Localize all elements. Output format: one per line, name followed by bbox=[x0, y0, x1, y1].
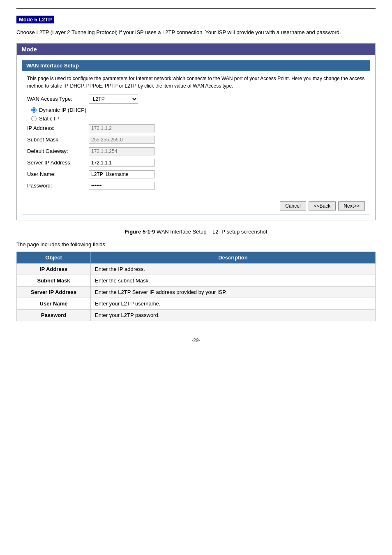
mode-box-header: Mode bbox=[17, 44, 375, 55]
user-name-row: User Name: bbox=[27, 170, 365, 178]
ip-address-input[interactable] bbox=[89, 124, 154, 132]
top-divider bbox=[16, 8, 376, 9]
table-cell-description: Enter the subnet Mask. bbox=[91, 275, 376, 286]
dynamic-ip-label: Dynamic IP (DHCP) bbox=[39, 107, 86, 113]
table-row: PasswordEnter your L2TP password. bbox=[17, 309, 376, 321]
dynamic-ip-row: Dynamic IP (DHCP) bbox=[27, 107, 365, 113]
figure-caption-text: WAN Interface Setup – L2TP setup screens… bbox=[155, 229, 267, 235]
figure-caption: Figure 5-1-9 WAN Interface Setup – L2TP … bbox=[16, 229, 376, 235]
wan-setup-body: This page is used to configure the param… bbox=[22, 71, 370, 197]
wan-setup-panel: WAN Interface Setup This page is used to… bbox=[22, 60, 370, 215]
password-row: Password: bbox=[27, 182, 365, 190]
server-ip-label: Server IP Address: bbox=[27, 160, 89, 166]
table-cell-description: Enter the L2TP Server IP address provide… bbox=[91, 286, 376, 298]
table-row: Server IP AddressEnter the L2TP Server I… bbox=[17, 286, 376, 298]
static-ip-radio[interactable] bbox=[31, 116, 37, 121]
subnet-mask-label: Subnet Mask: bbox=[27, 136, 89, 143]
password-input[interactable] bbox=[89, 182, 154, 190]
col-description: Description bbox=[91, 252, 376, 263]
server-ip-input[interactable] bbox=[89, 159, 154, 167]
table-row: IP AddressEnter the IP address. bbox=[17, 263, 376, 275]
intro-text: Choose L2TP (Layer 2 Tunneling Protocol)… bbox=[16, 28, 376, 37]
mode-box: Mode WAN Interface Setup This page is us… bbox=[16, 43, 376, 220]
next-button[interactable]: Next>> bbox=[338, 201, 365, 210]
table-cell-object: Password bbox=[17, 309, 91, 321]
user-name-input[interactable] bbox=[89, 170, 154, 178]
table-cell-description: Enter your L2TP username. bbox=[91, 298, 376, 309]
user-name-label: User Name: bbox=[27, 171, 89, 177]
table-header-row: Object Description bbox=[17, 252, 376, 263]
default-gateway-input[interactable] bbox=[89, 147, 154, 155]
table-cell-object: Server IP Address bbox=[17, 286, 91, 298]
table-row: User NameEnter your L2TP username. bbox=[17, 298, 376, 309]
wan-setup-header: WAN Interface Setup bbox=[22, 60, 370, 71]
table-cell-object: User Name bbox=[17, 298, 91, 309]
subnet-mask-input[interactable] bbox=[89, 136, 154, 144]
ip-address-label: IP Address: bbox=[27, 125, 89, 131]
static-ip-label: Static IP bbox=[39, 116, 59, 122]
server-ip-row: Server IP Address: bbox=[27, 159, 365, 167]
fields-table: Object Description IP AddressEnter the I… bbox=[16, 252, 376, 321]
page-footer: -29- bbox=[16, 338, 376, 343]
wan-access-type-row: WAN Access Type: L2TP Static IP DHCP PPP… bbox=[27, 95, 365, 104]
section-title: Mode 5 L2TP bbox=[16, 16, 54, 23]
wan-desc: This page is used to configure the param… bbox=[27, 75, 365, 90]
password-label: Password: bbox=[27, 183, 89, 189]
table-row: Subnet MaskEnter the subnet Mask. bbox=[17, 275, 376, 286]
back-button[interactable]: <<Back bbox=[309, 201, 336, 210]
wan-access-label: WAN Access Type: bbox=[27, 96, 89, 102]
table-cell-object: IP Address bbox=[17, 263, 91, 275]
ip-address-row: IP Address: bbox=[27, 124, 365, 132]
static-ip-row: Static IP bbox=[27, 116, 365, 122]
button-row: Cancel <<Back Next>> bbox=[22, 197, 370, 215]
cancel-button[interactable]: Cancel bbox=[280, 201, 306, 210]
default-gateway-row: Default Gateway: bbox=[27, 147, 365, 155]
col-object: Object bbox=[17, 252, 91, 263]
dynamic-ip-radio[interactable] bbox=[31, 107, 37, 113]
table-cell-description: Enter the IP address. bbox=[91, 263, 376, 275]
table-cell-object: Subnet Mask bbox=[17, 275, 91, 286]
figure-caption-bold: Figure 5-1-9 bbox=[125, 229, 155, 235]
subnet-mask-row: Subnet Mask: bbox=[27, 136, 365, 144]
wan-access-select[interactable]: L2TP Static IP DHCP PPPoE PPTP bbox=[89, 95, 138, 104]
default-gateway-label: Default Gateway: bbox=[27, 148, 89, 154]
table-cell-description: Enter your L2TP password. bbox=[91, 309, 376, 321]
fields-intro: The page includes the following fields: bbox=[16, 241, 376, 247]
